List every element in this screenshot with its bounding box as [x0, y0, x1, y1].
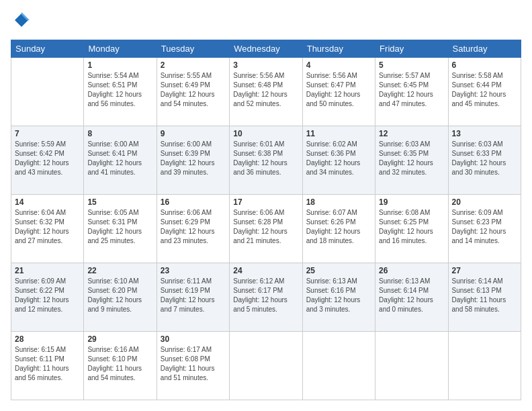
cell-info: Sunrise: 6:16 AM Sunset: 6:10 PM Dayligh…	[87, 345, 152, 383]
cell-info: Sunrise: 6:08 AM Sunset: 6:25 PM Dayligh…	[379, 208, 444, 246]
calendar-cell: 16Sunrise: 6:06 AM Sunset: 6:29 PM Dayli…	[157, 194, 229, 263]
day-number: 1	[87, 60, 152, 70]
calendar-cell: 11Sunrise: 6:02 AM Sunset: 6:36 PM Dayli…	[302, 126, 375, 194]
header	[11, 11, 521, 33]
day-number: 10	[233, 129, 298, 138]
cell-info: Sunrise: 6:10 AM Sunset: 6:20 PM Dayligh…	[87, 277, 152, 314]
cell-info: Sunrise: 6:01 AM Sunset: 6:38 PM Dayligh…	[233, 140, 298, 177]
day-number: 18	[306, 197, 371, 207]
day-number: 6	[452, 60, 517, 70]
week-row-1: 1Sunrise: 5:54 AM Sunset: 6:51 PM Daylig…	[11, 57, 521, 126]
day-number: 26	[379, 266, 444, 275]
cell-info: Sunrise: 6:13 AM Sunset: 6:14 PM Dayligh…	[379, 277, 444, 314]
calendar-cell: 8Sunrise: 6:00 AM Sunset: 6:41 PM Daylig…	[84, 126, 157, 194]
cell-info: Sunrise: 6:00 AM Sunset: 6:39 PM Dayligh…	[161, 140, 226, 177]
cell-info: Sunrise: 5:58 AM Sunset: 6:44 PM Dayligh…	[452, 71, 517, 109]
day-number: 15	[87, 197, 152, 207]
calendar-cell: 1Sunrise: 5:54 AM Sunset: 6:51 PM Daylig…	[84, 57, 157, 126]
day-number: 12	[379, 129, 444, 138]
calendar-cell: 30Sunrise: 6:17 AM Sunset: 6:08 PM Dayli…	[157, 331, 229, 400]
logo-text	[11, 11, 31, 33]
cell-info: Sunrise: 5:56 AM Sunset: 6:47 PM Dayligh…	[306, 71, 371, 109]
cell-info: Sunrise: 6:12 AM Sunset: 6:17 PM Dayligh…	[233, 277, 298, 314]
calendar-cell: 17Sunrise: 6:06 AM Sunset: 6:28 PM Dayli…	[230, 194, 302, 263]
calendar-table: SundayMondayTuesdayWednesdayThursdayFrid…	[11, 40, 521, 400]
page: SundayMondayTuesdayWednesdayThursdayFrid…	[0, 0, 532, 411]
day-number: 8	[87, 129, 152, 138]
calendar-cell	[448, 331, 521, 400]
day-number: 21	[15, 266, 80, 275]
day-number: 20	[452, 197, 517, 207]
day-number: 13	[452, 129, 517, 138]
logo	[11, 11, 31, 33]
cell-info: Sunrise: 6:14 AM Sunset: 6:13 PM Dayligh…	[452, 277, 517, 314]
day-number: 7	[15, 129, 80, 138]
day-number: 22	[87, 266, 152, 275]
header-row: SundayMondayTuesdayWednesdayThursdayFrid…	[11, 40, 521, 57]
cell-info: Sunrise: 6:09 AM Sunset: 6:22 PM Dayligh…	[15, 277, 80, 314]
calendar-cell: 15Sunrise: 6:05 AM Sunset: 6:31 PM Dayli…	[84, 194, 157, 263]
calendar-cell: 2Sunrise: 5:55 AM Sunset: 6:49 PM Daylig…	[157, 57, 229, 126]
cell-info: Sunrise: 6:04 AM Sunset: 6:32 PM Dayligh…	[15, 208, 80, 246]
day-number: 2	[161, 60, 226, 70]
col-header-wednesday: Wednesday	[230, 40, 302, 57]
cell-info: Sunrise: 5:56 AM Sunset: 6:48 PM Dayligh…	[233, 71, 298, 109]
day-number: 17	[233, 197, 298, 207]
week-row-2: 7Sunrise: 5:59 AM Sunset: 6:42 PM Daylig…	[11, 126, 521, 194]
calendar-cell: 19Sunrise: 6:08 AM Sunset: 6:25 PM Dayli…	[375, 194, 448, 263]
calendar-cell	[11, 57, 84, 126]
calendar-cell: 5Sunrise: 5:57 AM Sunset: 6:45 PM Daylig…	[375, 57, 448, 126]
calendar-cell: 28Sunrise: 6:15 AM Sunset: 6:11 PM Dayli…	[11, 331, 84, 400]
calendar-cell: 7Sunrise: 5:59 AM Sunset: 6:42 PM Daylig…	[11, 126, 84, 194]
day-number: 19	[379, 197, 444, 207]
cell-info: Sunrise: 5:57 AM Sunset: 6:45 PM Dayligh…	[379, 71, 444, 109]
calendar-cell: 20Sunrise: 6:09 AM Sunset: 6:23 PM Dayli…	[448, 194, 521, 263]
calendar-cell: 22Sunrise: 6:10 AM Sunset: 6:20 PM Dayli…	[84, 263, 157, 331]
day-number: 29	[87, 334, 152, 344]
calendar-cell: 12Sunrise: 6:03 AM Sunset: 6:35 PM Dayli…	[375, 126, 448, 194]
day-number: 25	[306, 266, 371, 275]
day-number: 23	[161, 266, 226, 275]
calendar-cell: 10Sunrise: 6:01 AM Sunset: 6:38 PM Dayli…	[230, 126, 302, 194]
day-number: 27	[452, 266, 517, 275]
day-number: 16	[161, 197, 226, 207]
calendar-cell	[375, 331, 448, 400]
day-number: 3	[233, 60, 298, 70]
calendar-cell: 6Sunrise: 5:58 AM Sunset: 6:44 PM Daylig…	[448, 57, 521, 126]
cell-info: Sunrise: 6:09 AM Sunset: 6:23 PM Dayligh…	[452, 208, 517, 246]
cell-info: Sunrise: 6:11 AM Sunset: 6:19 PM Dayligh…	[161, 277, 226, 314]
cell-info: Sunrise: 6:05 AM Sunset: 6:31 PM Dayligh…	[87, 208, 152, 246]
calendar-cell: 18Sunrise: 6:07 AM Sunset: 6:26 PM Dayli…	[302, 194, 375, 263]
cell-info: Sunrise: 6:17 AM Sunset: 6:08 PM Dayligh…	[161, 345, 226, 383]
day-number: 5	[379, 60, 444, 70]
cell-info: Sunrise: 6:03 AM Sunset: 6:35 PM Dayligh…	[379, 140, 444, 177]
cell-info: Sunrise: 6:13 AM Sunset: 6:16 PM Dayligh…	[306, 277, 371, 314]
cell-info: Sunrise: 6:06 AM Sunset: 6:28 PM Dayligh…	[233, 208, 298, 246]
logo-icon	[12, 11, 31, 30]
cell-info: Sunrise: 6:15 AM Sunset: 6:11 PM Dayligh…	[15, 345, 80, 383]
day-number: 28	[15, 334, 80, 344]
col-header-sunday: Sunday	[11, 40, 84, 57]
cell-info: Sunrise: 6:00 AM Sunset: 6:41 PM Dayligh…	[87, 140, 152, 177]
cell-info: Sunrise: 5:55 AM Sunset: 6:49 PM Dayligh…	[161, 71, 226, 109]
col-header-saturday: Saturday	[448, 40, 521, 57]
cell-info: Sunrise: 6:02 AM Sunset: 6:36 PM Dayligh…	[306, 140, 371, 177]
cell-info: Sunrise: 5:54 AM Sunset: 6:51 PM Dayligh…	[87, 71, 152, 109]
calendar-cell: 21Sunrise: 6:09 AM Sunset: 6:22 PM Dayli…	[11, 263, 84, 331]
cell-info: Sunrise: 6:07 AM Sunset: 6:26 PM Dayligh…	[306, 208, 371, 246]
calendar-cell: 29Sunrise: 6:16 AM Sunset: 6:10 PM Dayli…	[84, 331, 157, 400]
cell-info: Sunrise: 6:06 AM Sunset: 6:29 PM Dayligh…	[161, 208, 226, 246]
calendar-cell	[230, 331, 302, 400]
calendar-cell: 23Sunrise: 6:11 AM Sunset: 6:19 PM Dayli…	[157, 263, 229, 331]
calendar-cell	[302, 331, 375, 400]
calendar-cell: 13Sunrise: 6:03 AM Sunset: 6:33 PM Dayli…	[448, 126, 521, 194]
week-row-3: 14Sunrise: 6:04 AM Sunset: 6:32 PM Dayli…	[11, 194, 521, 263]
week-row-4: 21Sunrise: 6:09 AM Sunset: 6:22 PM Dayli…	[11, 263, 521, 331]
cell-info: Sunrise: 6:03 AM Sunset: 6:33 PM Dayligh…	[452, 140, 517, 177]
day-number: 30	[161, 334, 226, 344]
col-header-tuesday: Tuesday	[157, 40, 229, 57]
col-header-friday: Friday	[375, 40, 448, 57]
calendar-cell: 26Sunrise: 6:13 AM Sunset: 6:14 PM Dayli…	[375, 263, 448, 331]
cell-info: Sunrise: 5:59 AM Sunset: 6:42 PM Dayligh…	[15, 140, 80, 177]
day-number: 9	[161, 129, 226, 138]
